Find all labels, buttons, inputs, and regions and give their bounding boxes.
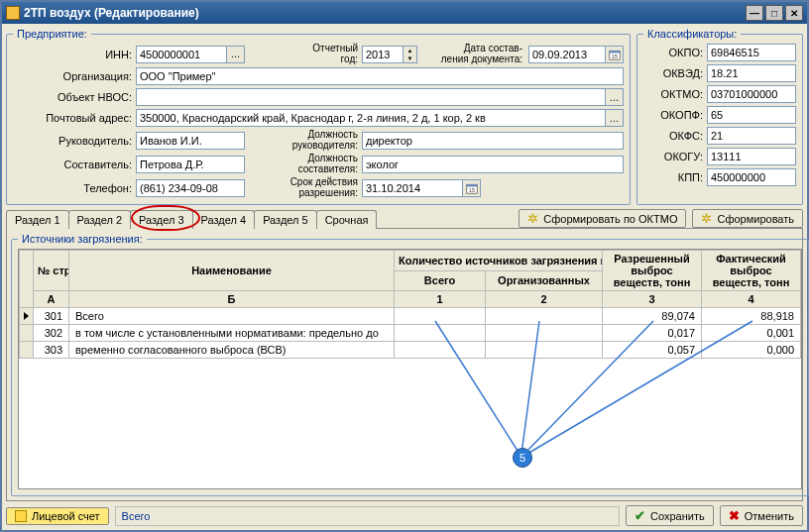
cancel-button[interactable]: ✖ Отменить bbox=[720, 505, 803, 526]
okpo-input[interactable]: 69846515 bbox=[707, 44, 796, 61]
save-button[interactable]: ✔ Сохранить bbox=[626, 505, 714, 526]
cell-allowed[interactable]: 89,074 bbox=[603, 308, 702, 325]
cell-allowed[interactable]: 0,057 bbox=[603, 342, 702, 359]
cell-actual[interactable]: 0,000 bbox=[702, 342, 801, 359]
cell-rownum: 301 bbox=[34, 308, 69, 325]
inn-input[interactable]: 4500000001 bbox=[136, 46, 227, 63]
oktmo-input[interactable]: 03701000000 bbox=[707, 85, 796, 103]
col-count-total[interactable]: Всего bbox=[395, 270, 486, 291]
col-allowed[interactable]: Разрешенный выброс веществ, тонн bbox=[603, 251, 702, 291]
enterprise-legend: Предприятие: bbox=[13, 28, 91, 40]
row-marker-icon bbox=[24, 312, 29, 320]
account-button[interactable]: Лицевой счет bbox=[6, 507, 109, 525]
tab-section-4[interactable]: Раздел 4 bbox=[192, 210, 256, 229]
inn-lookup-button[interactable]: … bbox=[227, 46, 245, 63]
subcol-3: 3 bbox=[603, 291, 702, 308]
okopf-label: ОКОПФ: bbox=[643, 109, 703, 121]
cell-total[interactable] bbox=[395, 325, 486, 342]
enterprise-fieldset: Предприятие: ИНН: 4500000001 … Отчетныйг… bbox=[6, 28, 631, 205]
app-window: 2ТП воздух (Редактирование) — □ ✕ Предпр… bbox=[0, 0, 809, 532]
nvos-input[interactable] bbox=[136, 88, 606, 106]
window-title: 2ТП воздух (Редактирование) bbox=[24, 6, 199, 20]
tab-urgent[interactable]: Срочная bbox=[316, 210, 378, 229]
col-count-org[interactable]: Организованных bbox=[486, 270, 603, 291]
col-name[interactable]: Наименование bbox=[69, 251, 395, 291]
tab-section-3[interactable]: Раздел 3 bbox=[130, 210, 193, 229]
addr-label: Почтовый адрес: bbox=[13, 112, 132, 124]
okfs-input[interactable]: 21 bbox=[707, 127, 796, 145]
head-label: Руководитель: bbox=[13, 135, 132, 147]
table-row[interactable]: 302в том числе с установленными норматив… bbox=[20, 325, 801, 342]
okpo-label: ОКПО: bbox=[643, 47, 703, 58]
cell-allowed[interactable]: 0,017 bbox=[603, 325, 702, 342]
phone-label: Телефон: bbox=[13, 182, 132, 194]
maximize-button[interactable]: □ bbox=[765, 5, 783, 21]
cell-actual[interactable]: 0,001 bbox=[702, 325, 801, 342]
subcol-a: А bbox=[34, 291, 69, 308]
annotation-node: 5 bbox=[513, 448, 532, 468]
okopf-input[interactable]: 65 bbox=[707, 106, 796, 124]
minimize-button[interactable]: — bbox=[746, 5, 763, 21]
svg-text:15: 15 bbox=[612, 53, 618, 58]
okved-label: ОКВЭД: bbox=[643, 67, 703, 79]
cell-name: временно согласованного выброса (ВСВ) bbox=[69, 342, 395, 359]
titlebar: 2ТП воздух (Редактирование) — □ ✕ bbox=[2, 2, 807, 24]
docdate-calendar-button[interactable]: 15 bbox=[606, 46, 624, 63]
form-button[interactable]: ✲ Сформировать bbox=[692, 209, 803, 228]
cell-rownum: 302 bbox=[34, 325, 69, 342]
headpos-input[interactable]: директор bbox=[362, 132, 624, 150]
cell-org[interactable] bbox=[486, 325, 603, 342]
authorpos-label: Должностьсоставителя: bbox=[249, 154, 358, 174]
author-label: Составитель: bbox=[13, 159, 132, 170]
cell-total[interactable] bbox=[395, 342, 486, 359]
phone-input[interactable]: (861) 234-09-08 bbox=[136, 179, 245, 197]
status-text: Всего bbox=[115, 506, 620, 526]
kpp-label: КПП: bbox=[643, 171, 703, 183]
table-row[interactable]: 303временно согласованного выброса (ВСВ)… bbox=[20, 342, 801, 359]
app-icon bbox=[6, 6, 20, 20]
col-rownum[interactable]: № стр. bbox=[34, 251, 69, 291]
svg-text:15: 15 bbox=[469, 186, 475, 192]
cell-total[interactable] bbox=[395, 308, 486, 325]
close-button[interactable]: ✕ bbox=[785, 5, 803, 21]
tab-section-5[interactable]: Раздел 5 bbox=[254, 210, 317, 229]
permexp-calendar-button[interactable]: 15 bbox=[463, 179, 481, 197]
headpos-label: Должностьруководителя: bbox=[249, 130, 358, 151]
cell-org[interactable] bbox=[486, 308, 603, 325]
col-actual[interactable]: Фактический выброс веществ, тонн bbox=[702, 251, 801, 291]
cell-name: Всего bbox=[69, 308, 395, 325]
addr-lookup-button[interactable]: … bbox=[606, 109, 624, 127]
permexp-input[interactable]: 31.10.2014 bbox=[362, 179, 463, 197]
sources-panel: Источники загрязнения: № стр. Наименован… bbox=[6, 228, 803, 501]
classifiers-fieldset: Классификаторы: ОКПО: 69846515 ОКВЭД: 18… bbox=[636, 28, 803, 205]
nvos-lookup-button[interactable]: … bbox=[606, 88, 624, 106]
form-by-oktmo-button[interactable]: ✲ Сформировать по ОКТМО bbox=[519, 209, 686, 228]
inn-label: ИНН: bbox=[13, 49, 132, 60]
oktmo-label: ОКТМО: bbox=[643, 88, 703, 100]
x-icon: ✖ bbox=[729, 508, 740, 523]
subcol-1: 1 bbox=[395, 291, 486, 308]
org-input[interactable]: ООО "Пример" bbox=[136, 67, 624, 85]
authorpos-input[interactable]: эколог bbox=[362, 156, 624, 173]
cell-actual[interactable]: 88,918 bbox=[702, 308, 801, 325]
org-label: Организация: bbox=[13, 70, 132, 82]
docdate-input[interactable]: 09.09.2013 bbox=[528, 46, 606, 63]
cell-org[interactable] bbox=[486, 342, 603, 359]
sources-table[interactable]: № стр. Наименование Количество источнико… bbox=[19, 250, 801, 359]
col-count-group[interactable]: Количество источников загрязнения на кон… bbox=[395, 251, 603, 271]
kpp-input[interactable]: 450000000 bbox=[707, 168, 796, 186]
tab-section-2[interactable]: Раздел 2 bbox=[68, 210, 132, 229]
okogu-label: ОКОГУ: bbox=[643, 151, 703, 162]
subcol-4: 4 bbox=[702, 291, 801, 308]
okved-input[interactable]: 18.21 bbox=[707, 64, 796, 82]
tab-section-1[interactable]: Раздел 1 bbox=[6, 210, 69, 229]
year-input[interactable]: 2013 bbox=[362, 46, 404, 63]
author-input[interactable]: Петрова Д.Р. bbox=[136, 156, 245, 173]
year-spinner[interactable]: ▲▼ bbox=[404, 46, 417, 63]
okfs-label: ОКФС: bbox=[643, 130, 703, 142]
table-row[interactable]: 301Всего89,07488,918 bbox=[20, 308, 801, 325]
addr-input[interactable]: 350000, Краснодарский край, Краснодар г,… bbox=[136, 109, 606, 127]
okogu-input[interactable]: 13111 bbox=[707, 148, 796, 165]
check-icon: ✔ bbox=[635, 508, 645, 523]
head-input[interactable]: Иванов И.И. bbox=[136, 132, 245, 150]
